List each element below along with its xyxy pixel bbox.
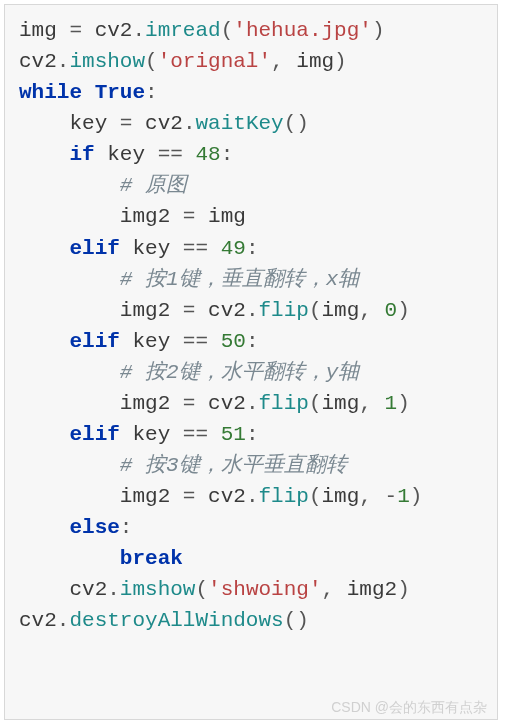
code-token: = xyxy=(69,19,94,42)
code-token: . xyxy=(246,485,259,508)
code-token: 'shwoing' xyxy=(208,578,321,601)
code-line: if key == 48: xyxy=(19,139,487,170)
code-line: # 按2键，水平翻转，y轴 xyxy=(19,357,487,388)
code-token: = xyxy=(120,112,145,135)
code-token: 50 xyxy=(221,330,246,353)
code-token: img xyxy=(322,392,360,415)
code-token: imshow xyxy=(120,578,196,601)
code-line: img = cv2.imread('hehua.jpg') xyxy=(19,15,487,46)
code-token: 49 xyxy=(221,237,246,260)
code-token: = xyxy=(183,392,208,415)
code-token: elif xyxy=(69,330,119,353)
code-token xyxy=(19,454,120,477)
code-token: key xyxy=(120,330,183,353)
code-token: : xyxy=(246,237,259,260)
code-token: if xyxy=(69,143,94,166)
watermark-text: CSDN @会的东西有点杂 xyxy=(331,699,487,717)
code-token xyxy=(19,237,69,260)
code-token: == xyxy=(158,143,196,166)
code-token: = xyxy=(183,299,208,322)
code-line: while True: xyxy=(19,77,487,108)
code-token: imshow xyxy=(69,50,145,73)
code-token xyxy=(19,578,69,601)
code-token: while xyxy=(19,81,82,104)
code-line: cv2.destroyAllWindows() xyxy=(19,605,487,636)
code-token: key xyxy=(69,112,119,135)
code-token: . xyxy=(246,392,259,415)
code-line: cv2.imshow('shwoing', img2) xyxy=(19,574,487,605)
code-token: ( xyxy=(221,19,234,42)
code-token: () xyxy=(284,112,309,135)
code-token: elif xyxy=(69,237,119,260)
code-line: # 按1键，垂直翻转，x轴 xyxy=(19,264,487,295)
code-token: ) xyxy=(372,19,385,42)
code-token: . xyxy=(107,578,120,601)
code-token: , xyxy=(359,299,384,322)
code-token: cv2 xyxy=(95,19,133,42)
code-token: () xyxy=(284,609,309,632)
code-token: # 按2键，水平翻转，y轴 xyxy=(120,361,359,384)
code-token: ( xyxy=(309,485,322,508)
code-token: : xyxy=(246,330,259,353)
code-token: cv2 xyxy=(69,578,107,601)
code-token: ( xyxy=(309,299,322,322)
code-token: , xyxy=(271,50,296,73)
code-line: img2 = cv2.flip(img, 1) xyxy=(19,388,487,419)
code-token: img xyxy=(296,50,334,73)
code-token xyxy=(19,423,69,446)
code-token xyxy=(19,299,120,322)
code-line: # 原图 xyxy=(19,170,487,201)
code-token xyxy=(19,330,69,353)
code-token xyxy=(82,81,95,104)
code-token: elif xyxy=(69,423,119,446)
code-token: = xyxy=(183,205,208,228)
code-token: waitKey xyxy=(195,112,283,135)
code-token: = xyxy=(183,485,208,508)
code-token: : xyxy=(145,81,158,104)
code-token: 'orignal' xyxy=(158,50,271,73)
code-token: ) xyxy=(397,578,410,601)
code-token: img2 xyxy=(347,578,397,601)
code-token: . xyxy=(57,50,70,73)
code-token xyxy=(19,112,69,135)
code-token: - xyxy=(385,485,398,508)
code-token: key xyxy=(120,423,183,446)
code-token: img2 xyxy=(120,392,183,415)
code-token: == xyxy=(183,423,221,446)
code-token: img2 xyxy=(120,205,183,228)
code-line: break xyxy=(19,543,487,574)
code-token: ( xyxy=(145,50,158,73)
code-token xyxy=(19,361,120,384)
code-token: cv2 xyxy=(145,112,183,135)
code-line: img2 = cv2.flip(img, -1) xyxy=(19,481,487,512)
code-token: : xyxy=(246,423,259,446)
code-token: img xyxy=(19,19,69,42)
code-token: img xyxy=(322,299,360,322)
code-token: ( xyxy=(309,392,322,415)
code-token: True xyxy=(95,81,145,104)
code-token: img xyxy=(322,485,360,508)
code-line: img2 = cv2.flip(img, 0) xyxy=(19,295,487,326)
code-token: == xyxy=(183,330,221,353)
code-token: , xyxy=(359,392,384,415)
code-token xyxy=(19,268,120,291)
code-token: img2 xyxy=(120,299,183,322)
code-token: ) xyxy=(397,299,410,322)
code-token xyxy=(19,516,69,539)
code-token: cv2 xyxy=(19,609,57,632)
code-token: flip xyxy=(258,392,308,415)
code-token: cv2 xyxy=(19,50,57,73)
code-line: elif key == 50: xyxy=(19,326,487,357)
code-block: img = cv2.imread('hehua.jpg')cv2.imshow(… xyxy=(4,4,498,720)
code-token: cv2 xyxy=(208,299,246,322)
code-token: . xyxy=(132,19,145,42)
code-token: flip xyxy=(258,485,308,508)
code-token: : xyxy=(120,516,133,539)
code-token: img xyxy=(208,205,246,228)
code-token: . xyxy=(57,609,70,632)
code-token: ) xyxy=(410,485,423,508)
code-token: img2 xyxy=(120,485,183,508)
code-token: flip xyxy=(258,299,308,322)
code-token: , xyxy=(322,578,347,601)
code-token: cv2 xyxy=(208,392,246,415)
